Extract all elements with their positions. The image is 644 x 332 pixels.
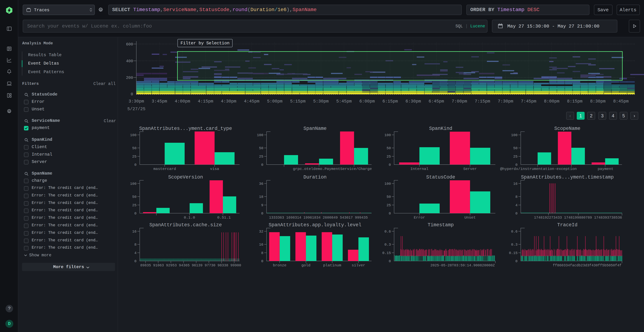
svg-text:platinum: platinum [323, 263, 341, 268]
svg-text:0.3: 0.3 [511, 242, 518, 247]
svg-text:SpanAttributes...yment.timesta: SpanAttributes...yment.timestamp [521, 174, 614, 180]
svg-text:8:45pm: 8:45pm [613, 99, 628, 104]
svg-text:50: 50 [259, 146, 263, 150]
svg-text:SpanAttributes.cache.size: SpanAttributes.cache.size [149, 222, 222, 228]
svg-text:5/27/25: 5/27/25 [127, 106, 146, 112]
svg-text:0: 0 [389, 212, 391, 216]
svg-text:50: 50 [513, 146, 518, 150]
svg-text:25: 25 [132, 154, 136, 159]
svg-text:gold: gold [302, 263, 310, 268]
svg-text:0: 0 [134, 163, 136, 167]
svg-text:bronze: bronze [273, 263, 286, 268]
svg-text:6:45pm: 6:45pm [428, 99, 444, 104]
svg-text:ff860334facdb23d3f430ff5b5050f: ff860334facdb23d3f430ff5b5050f4f [553, 263, 622, 268]
svg-text:SpanAttributes...yment.card_ty: SpanAttributes...yment.card_type [139, 126, 232, 131]
svg-text:Duration: Duration [304, 174, 327, 180]
svg-text:visa: visa [210, 167, 219, 171]
svg-text:25: 25 [259, 154, 263, 159]
svg-text:25: 25 [132, 203, 136, 207]
svg-text:3:45pm: 3:45pm [152, 99, 167, 104]
svg-text:4: 4 [134, 251, 136, 255]
svg-text:SpanKind: SpanKind [429, 126, 452, 131]
svg-text:8:30pm: 8:30pm [590, 99, 606, 104]
svg-text:0: 0 [516, 259, 518, 263]
svg-text:5:00pm: 5:00pm [267, 99, 282, 104]
svg-text:6:15pm: 6:15pm [382, 99, 398, 104]
svg-text:5:45pm: 5:45pm [336, 99, 352, 104]
svg-text:8: 8 [134, 242, 136, 247]
svg-text:TraceId: TraceId [557, 222, 578, 228]
svg-text:5:30pm: 5:30pm [313, 99, 328, 104]
svg-text:16: 16 [132, 230, 136, 234]
svg-text:0: 0 [131, 92, 133, 96]
svg-text:4:15pm: 4:15pm [198, 99, 213, 104]
svg-text:100: 100 [130, 182, 136, 186]
svg-text:0: 0 [134, 259, 136, 263]
svg-text:7:30pm: 7:30pm [498, 99, 513, 104]
svg-text:50: 50 [132, 146, 136, 150]
svg-text:grpc.oteldemo.PaymentService/C: grpc.oteldemo.PaymentService/Charge [293, 167, 372, 171]
svg-text:ScopeVersion: ScopeVersion [168, 174, 203, 180]
svg-text:100: 100 [130, 133, 136, 137]
svg-text:0: 0 [516, 163, 518, 167]
svg-text:8: 8 [516, 195, 518, 199]
svg-text:0: 0 [389, 163, 391, 167]
svg-text:0: 0 [389, 259, 391, 263]
svg-text:100: 100 [257, 133, 263, 137]
svg-text:Unset: Unset [464, 216, 476, 220]
svg-text:7:00pm: 7:00pm [452, 99, 467, 104]
svg-text:3:30pm: 3:30pm [128, 99, 144, 104]
svg-text:50: 50 [386, 195, 391, 199]
svg-text:5:15pm: 5:15pm [290, 99, 306, 104]
svg-text:0.15: 0.15 [382, 251, 391, 255]
svg-text:16: 16 [513, 182, 518, 186]
svg-text:200: 200 [126, 76, 133, 80]
svg-text:4:30pm: 4:30pm [221, 99, 236, 104]
svg-text:100: 100 [384, 182, 391, 186]
svg-text:Internal: Internal [410, 167, 428, 171]
svg-text:9: 9 [261, 203, 263, 207]
svg-text:50: 50 [132, 195, 136, 199]
svg-text:0: 0 [134, 212, 136, 216]
svg-text:4:00pm: 4:00pm [175, 99, 190, 104]
svg-text:6:30pm: 6:30pm [406, 99, 421, 104]
svg-text:@hyperdx/instrumentation-excep: @hyperdx/instrumentation-exception [500, 167, 577, 171]
svg-text:StatusCode: StatusCode [426, 174, 455, 180]
svg-text:4: 4 [516, 203, 518, 207]
svg-text:silver: silver [352, 263, 365, 268]
svg-text:100: 100 [384, 133, 391, 137]
svg-text:Error: Error [414, 216, 425, 220]
svg-text:2025-05-28T03:59:14.900820000Z: 2025-05-28T03:59:14.900820000Z [430, 263, 495, 268]
svg-text:8:00pm: 8:00pm [544, 99, 560, 104]
svg-text:mastercard: mastercard [153, 167, 176, 171]
svg-text:0: 0 [261, 212, 263, 216]
svg-text:4:45pm: 4:45pm [244, 99, 260, 104]
svg-text:16: 16 [259, 242, 263, 247]
svg-text:600: 600 [126, 42, 133, 47]
svg-text:25: 25 [513, 154, 518, 159]
svg-text:0.6: 0.6 [384, 230, 391, 234]
svg-text:25: 25 [386, 154, 391, 159]
svg-text:400: 400 [126, 59, 133, 64]
svg-text:1333363 1698314 19961834 26008: 1333363 1698314 19961834 2600849 543017 … [269, 216, 368, 220]
svg-text:Server: Server [463, 167, 477, 171]
svg-text:SpanAttributes.app.loyalty.lev: SpanAttributes.app.loyalty.level [269, 222, 361, 228]
svg-text:50: 50 [386, 146, 391, 150]
svg-text:payment: payment [598, 167, 614, 171]
svg-text:Timestamp: Timestamp [428, 222, 454, 228]
svg-text:0.1.0: 0.1.0 [184, 216, 195, 220]
svg-text:100: 100 [511, 133, 518, 137]
svg-text:0.6: 0.6 [511, 230, 518, 234]
svg-text:0.15: 0.15 [509, 251, 518, 255]
svg-text:0: 0 [261, 163, 263, 167]
svg-text:0.3: 0.3 [384, 242, 391, 247]
svg-text:7:45pm: 7:45pm [521, 99, 536, 104]
svg-text:36: 36 [259, 182, 263, 186]
svg-text:ScopeName: ScopeName [554, 126, 580, 131]
svg-text:25: 25 [386, 203, 391, 207]
svg-text:SpanName: SpanName [304, 126, 327, 131]
svg-text:8: 8 [261, 251, 263, 255]
svg-text:6:00pm: 6:00pm [360, 99, 375, 104]
svg-text:1748192273433 1748199880789 17: 1748192273433 1748199880789 174839373853… [534, 216, 622, 220]
svg-text:0: 0 [516, 212, 518, 216]
